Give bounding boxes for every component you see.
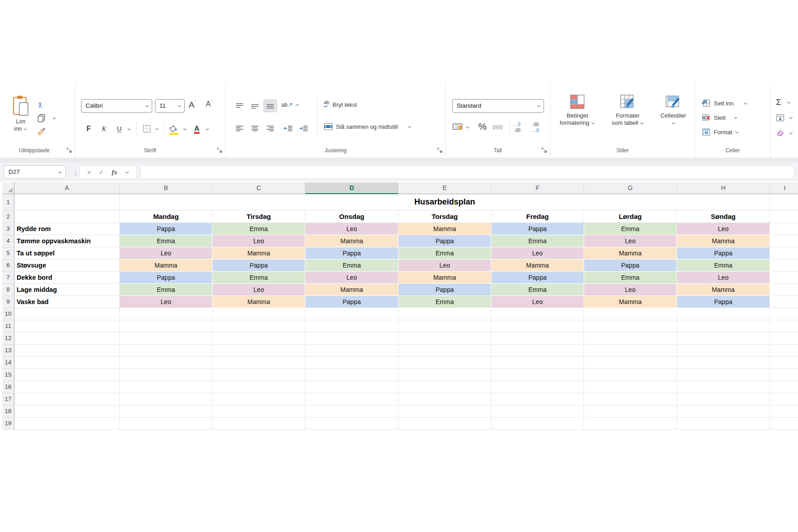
cell-B9[interactable]: Leo <box>120 296 213 308</box>
font-dialog-launcher-icon[interactable] <box>217 147 222 153</box>
cell-A3[interactable]: Rydde rom <box>14 223 120 235</box>
align-center-button[interactable] <box>248 122 262 135</box>
cell-D4[interactable]: Mamma <box>305 235 399 247</box>
cell-A8[interactable]: Lage middag <box>14 284 120 296</box>
insert-function-icon[interactable]: fx <box>112 168 118 176</box>
cell-D15[interactable] <box>305 369 399 381</box>
cell-B19[interactable] <box>120 418 213 430</box>
cell-A16[interactable] <box>14 381 120 393</box>
cell-D9[interactable]: Pappa <box>305 296 399 308</box>
cell-E7[interactable]: Mamma <box>399 272 491 284</box>
increase-indent-button[interactable] <box>297 122 310 135</box>
row-header-19[interactable]: 19 <box>2 418 14 430</box>
cell-D17[interactable] <box>305 393 399 405</box>
font-name-select[interactable]: Calibri <box>81 99 152 113</box>
cell-E10[interactable] <box>399 308 491 320</box>
cell-G9[interactable]: Mamma <box>584 296 677 308</box>
row-header-3[interactable]: 3 <box>2 223 14 235</box>
cell-C13[interactable] <box>213 345 305 357</box>
cell-C12[interactable] <box>213 332 305 345</box>
cell-B11[interactable] <box>120 320 213 332</box>
select-all-corner[interactable] <box>2 182 14 194</box>
cell-A2[interactable] <box>14 210 120 223</box>
cell-I14[interactable] <box>770 357 798 369</box>
delete-cells-button[interactable]: Slett <box>702 112 738 123</box>
cancel-icon[interactable]: × <box>87 168 91 176</box>
align-top-button[interactable] <box>233 100 246 112</box>
cell-A17[interactable] <box>14 393 120 405</box>
cell-A5[interactable]: Ta ut søppel <box>14 247 120 259</box>
cell-I13[interactable] <box>770 345 798 357</box>
cell-H12[interactable] <box>677 332 770 345</box>
cell-C10[interactable] <box>213 308 305 320</box>
cell-B3[interactable]: Pappa <box>120 223 213 235</box>
cell-C19[interactable] <box>213 418 305 430</box>
comma-style-button[interactable]: 000 <box>493 124 503 131</box>
cell-B13[interactable] <box>120 345 213 357</box>
cell-H16[interactable] <box>677 381 770 393</box>
row-header-9[interactable]: 9 <box>2 296 14 308</box>
cell-G7[interactable]: Emma <box>584 272 677 284</box>
cell-B10[interactable] <box>120 308 213 320</box>
cell-F16[interactable] <box>491 381 584 393</box>
cell-E15[interactable] <box>399 369 491 381</box>
cell-F7[interactable]: Pappa <box>491 272 584 284</box>
cell-I6[interactable] <box>770 259 798 272</box>
cell-B18[interactable] <box>120 405 213 418</box>
cell-F15[interactable] <box>491 369 584 381</box>
cell-I17[interactable] <box>770 393 798 405</box>
cell-I2[interactable] <box>770 210 798 223</box>
row-header-17[interactable]: 17 <box>2 393 14 405</box>
cell-A4[interactable]: Tømme oppvaskmaskin <box>14 235 120 247</box>
column-header-D[interactable]: D <box>305 182 399 194</box>
cell-F11[interactable] <box>491 320 584 332</box>
cell-A10[interactable] <box>14 308 120 320</box>
formula-input[interactable] <box>141 165 794 179</box>
cell-H10[interactable] <box>677 308 770 320</box>
format-cells-button[interactable]: Format <box>702 126 739 138</box>
cell-D13[interactable] <box>305 345 399 357</box>
cell-I3[interactable] <box>770 223 798 235</box>
cell-B15[interactable] <box>120 369 213 381</box>
cell-E18[interactable] <box>399 405 491 418</box>
cell-I4[interactable] <box>770 235 798 247</box>
cell-G6[interactable]: Pappa <box>584 259 677 272</box>
italic-button[interactable]: K <box>99 123 109 135</box>
cell-G8[interactable]: Leo <box>584 284 677 296</box>
cell-H19[interactable] <box>677 418 770 430</box>
cell-A7[interactable]: Dekke bord <box>14 272 120 284</box>
copy-button[interactable] <box>37 112 56 124</box>
cell-C16[interactable] <box>213 381 305 393</box>
cell-E12[interactable] <box>399 332 491 345</box>
cell-G10[interactable] <box>584 308 677 320</box>
cell-D18[interactable] <box>305 405 399 418</box>
percent-button[interactable]: % <box>478 121 487 132</box>
decrease-decimal-button[interactable]: .00→.0 <box>530 122 539 133</box>
cell-D11[interactable] <box>305 320 399 332</box>
cell-C14[interactable] <box>213 357 305 369</box>
align-right-button[interactable] <box>263 122 277 135</box>
cell-D19[interactable] <box>305 418 399 430</box>
cell-F10[interactable] <box>491 308 584 320</box>
clipboard-dialog-launcher-icon[interactable] <box>66 147 72 153</box>
cell-F4[interactable]: Emma <box>491 235 584 247</box>
cell-C2[interactable]: Tirsdag <box>213 210 305 223</box>
column-header-F[interactable]: F <box>491 182 584 194</box>
row-header-5[interactable]: 5 <box>2 247 14 259</box>
cell-A14[interactable] <box>14 357 120 369</box>
alignment-dialog-launcher-icon[interactable] <box>437 147 443 153</box>
column-header-E[interactable]: E <box>399 182 491 194</box>
column-header-A[interactable]: A <box>14 182 120 194</box>
row-header-6[interactable]: 6 <box>2 259 14 272</box>
cell-F18[interactable] <box>491 405 584 418</box>
merge-center-button[interactable]: Slå sammen og midtstill <box>324 123 412 130</box>
cell-G11[interactable] <box>584 320 677 332</box>
cell-G19[interactable] <box>584 418 677 430</box>
align-left-button[interactable] <box>233 122 246 135</box>
cell-D5[interactable]: Pappa <box>305 247 399 259</box>
cell-E13[interactable] <box>399 345 491 357</box>
cell-B5[interactable]: Leo <box>120 247 213 259</box>
increase-font-button[interactable]: Aˆ <box>189 100 196 110</box>
cell-E19[interactable] <box>399 418 491 430</box>
align-bottom-button[interactable] <box>263 100 277 112</box>
